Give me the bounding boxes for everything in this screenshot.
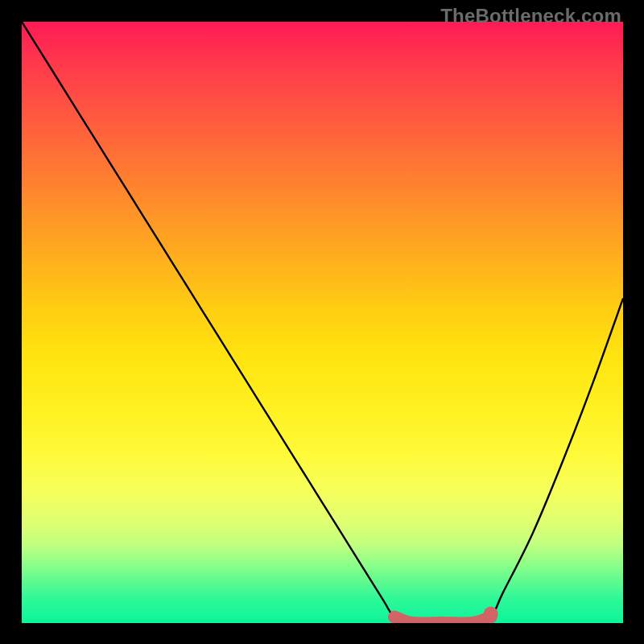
chart-container: TheBottleneck.com (0, 0, 644, 644)
chart-svg (22, 22, 623, 623)
bottleneck-curve (22, 22, 623, 623)
optimum-end-dot (484, 607, 498, 621)
watermark-text: TheBottleneck.com (440, 5, 621, 27)
optimum-band (394, 617, 491, 623)
plot-area (22, 22, 623, 623)
